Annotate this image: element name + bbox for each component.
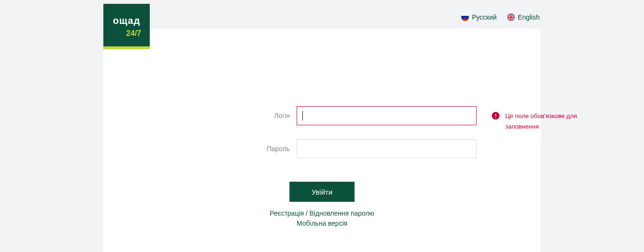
language-russian-label: Русский [472,13,497,21]
login-error: ! Це поле обов'язкове для заповнення [492,111,588,132]
mobile-version-link[interactable]: Мобільна версія [297,219,347,227]
login-label: Логін [167,112,297,120]
login-input[interactable] [297,106,477,125]
password-input[interactable] [297,139,477,158]
header: ощад 24/7 Русский English [0,0,644,29]
password-row: Пароль [167,139,477,158]
language-english[interactable]: English [507,13,540,21]
language-russian[interactable]: Русский [461,13,497,21]
submit-button[interactable]: Увійти [289,182,355,202]
caret [302,111,303,121]
flag-russia-icon [461,13,469,21]
logo-subtitle: 24/7 [126,29,141,38]
form-links: Реєстрація / Відновлення паролю Мобільна… [270,208,374,229]
logo[interactable]: ощад 24/7 [103,4,150,49]
login-row: Логін ! Це поле обов'язкове для заповнен… [167,106,477,125]
error-text: Це поле обов'язкове для заповнення [505,111,588,132]
login-form: Логін ! Це поле обов'язкове для заповнен… [103,106,541,229]
password-label: Пароль [167,145,297,153]
register-link[interactable]: Реєстрація / Відновлення паролю [270,209,374,217]
error-icon: ! [492,112,500,120]
language-english-label: English [518,13,540,21]
login-input-wrap [297,106,477,125]
language-switcher: Русский English [461,13,540,21]
flag-uk-icon [507,13,515,21]
main-panel: Логін ! Це поле обов'язкове для заповнен… [103,29,541,252]
logo-brand: ощад [113,15,140,26]
